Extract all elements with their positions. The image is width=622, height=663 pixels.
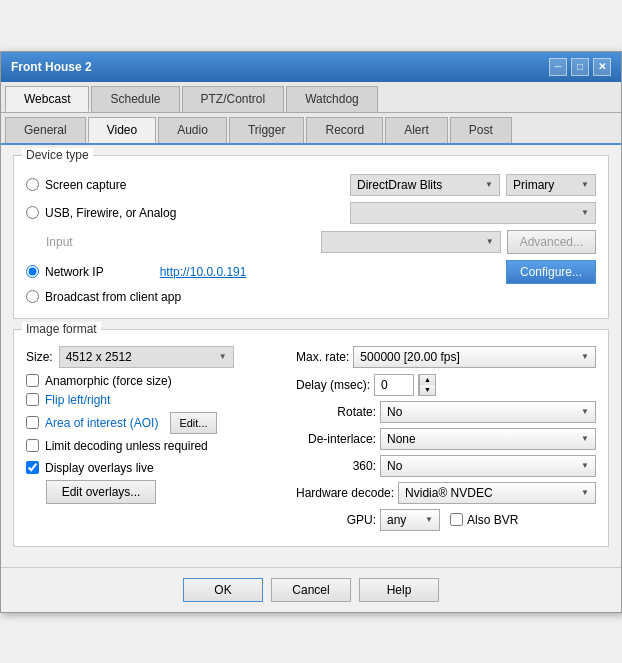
input-dropdown[interactable]: ▼	[321, 231, 501, 253]
tab-ptz-control[interactable]: PTZ/Control	[182, 86, 285, 112]
window-title: Front House 2	[11, 60, 92, 74]
360-label: 360:	[296, 459, 376, 473]
title-bar: Front House 2 ─ □ ✕	[1, 52, 621, 82]
dropdown-arrow: ▼	[581, 180, 589, 189]
bottom-bar: OK Cancel Help	[1, 567, 621, 612]
display-overlays-label: Display overlays live	[45, 461, 154, 475]
max-rate-label: Max. rate:	[296, 350, 349, 364]
anamorphic-checkbox[interactable]	[26, 374, 39, 387]
aoi-checkbox[interactable]	[26, 416, 39, 429]
network-ip-label: Network IP	[45, 265, 104, 279]
help-button[interactable]: Help	[359, 578, 439, 602]
advanced-button[interactable]: Advanced...	[507, 230, 596, 254]
image-format-title: Image format	[22, 322, 101, 336]
radio-broadcast[interactable]	[26, 290, 39, 303]
display-overlays-row: Display overlays live	[26, 461, 286, 475]
broadcast-label: Broadcast from client app	[45, 290, 181, 304]
size-label: Size:	[26, 350, 53, 364]
screen-capture-label: Screen capture	[45, 178, 126, 192]
tab-row-2: General Video Audio Trigger Record Alert…	[1, 113, 621, 145]
dropdown-arrow: ▼	[425, 515, 433, 524]
delay-label: Delay (msec):	[296, 378, 370, 392]
gpu-label: GPU:	[296, 513, 376, 527]
dropdown-arrow: ▼	[219, 352, 227, 361]
tab-general[interactable]: General	[5, 117, 86, 143]
tab-record[interactable]: Record	[306, 117, 383, 143]
tab-schedule[interactable]: Schedule	[91, 86, 179, 112]
360-dropdown[interactable]: No ▼	[380, 455, 596, 477]
main-content: Device type Screen capture DirectDraw Bl…	[1, 145, 621, 567]
deinterlace-label: De-interlace:	[296, 432, 376, 446]
main-window: Front House 2 ─ □ ✕ Webcast Schedule PTZ…	[0, 51, 622, 613]
tab-webcast[interactable]: Webcast	[5, 86, 89, 112]
max-rate-dropdown[interactable]: 500000 [20.00 fps] ▼	[353, 346, 596, 368]
network-ip-link[interactable]: http://10.0.0.191	[160, 265, 247, 279]
gpu-dropdown[interactable]: any ▼	[380, 509, 440, 531]
delay-spinner: ▲ ▼	[418, 374, 436, 396]
title-bar-buttons: ─ □ ✕	[549, 58, 611, 76]
tab-alert[interactable]: Alert	[385, 117, 448, 143]
dropdown-arrow: ▼	[581, 407, 589, 416]
dropdown-arrow: ▼	[485, 180, 493, 189]
tab-audio[interactable]: Audio	[158, 117, 227, 143]
edit-button[interactable]: Edit...	[170, 412, 216, 434]
image-format-right: Max. rate: 500000 [20.00 fps] ▼ Delay (m…	[296, 340, 596, 536]
device-type-title: Device type	[22, 148, 93, 162]
tab-watchdog[interactable]: Watchdog	[286, 86, 378, 112]
edit-overlays-button[interactable]: Edit overlays...	[46, 480, 156, 504]
limit-checkbox[interactable]	[26, 439, 39, 452]
size-dropdown[interactable]: 4512 x 2512 ▼	[59, 346, 234, 368]
usb-dropdown[interactable]: ▼	[350, 202, 596, 224]
dropdown-arrow: ▼	[581, 208, 589, 217]
limit-label: Limit decoding unless required	[45, 439, 208, 453]
rotate-dropdown[interactable]: No ▼	[380, 401, 596, 423]
tab-row-1: Webcast Schedule PTZ/Control Watchdog	[1, 82, 621, 113]
radio-usb[interactable]	[26, 206, 39, 219]
aoi-label: Area of interest (AOI)	[45, 416, 158, 430]
device-type-section: Device type Screen capture DirectDraw Bl…	[13, 155, 609, 319]
tab-post[interactable]: Post	[450, 117, 512, 143]
hardware-decode-label: Hardware decode:	[296, 486, 394, 500]
screen-capture-dropdown1[interactable]: DirectDraw Blits ▼	[350, 174, 500, 196]
flip-row: Flip left/right	[26, 393, 286, 407]
delay-input[interactable]: 0	[374, 374, 414, 396]
ok-button[interactable]: OK	[183, 578, 263, 602]
screen-capture-dropdown2[interactable]: Primary ▼	[506, 174, 596, 196]
anamorphic-label: Anamorphic (force size)	[45, 374, 172, 388]
tab-video[interactable]: Video	[88, 117, 156, 143]
delay-up-button[interactable]: ▲	[419, 375, 435, 385]
limit-decoding-row: Limit decoding unless required	[26, 439, 286, 453]
usb-label: USB, Firewire, or Analog	[45, 206, 176, 220]
display-overlays-checkbox[interactable]	[26, 461, 39, 474]
maximize-button[interactable]: □	[571, 58, 589, 76]
radio-screen-capture[interactable]	[26, 178, 39, 191]
rotate-label: Rotate:	[296, 405, 376, 419]
delay-down-button[interactable]: ▼	[419, 385, 435, 395]
image-format-left: Size: 4512 x 2512 ▼ Anamorphic (force si…	[26, 340, 286, 536]
aoi-row: Area of interest (AOI) Edit...	[26, 412, 286, 434]
dropdown-arrow: ▼	[581, 352, 589, 361]
radio-network-ip[interactable]	[26, 265, 39, 278]
minimize-button[interactable]: ─	[549, 58, 567, 76]
tab-trigger[interactable]: Trigger	[229, 117, 305, 143]
hardware-decode-dropdown[interactable]: Nvidia® NVDEC ▼	[398, 482, 596, 504]
dropdown-arrow: ▼	[581, 434, 589, 443]
also-bvr-label: Also BVR	[467, 513, 518, 527]
dropdown-arrow: ▼	[581, 488, 589, 497]
anamorphic-row: Anamorphic (force size)	[26, 374, 286, 388]
image-format-inner: Size: 4512 x 2512 ▼ Anamorphic (force si…	[26, 340, 596, 536]
close-button[interactable]: ✕	[593, 58, 611, 76]
configure-button[interactable]: Configure...	[506, 260, 596, 284]
dropdown-arrow: ▼	[581, 461, 589, 470]
flip-label: Flip left/right	[45, 393, 110, 407]
flip-checkbox[interactable]	[26, 393, 39, 406]
cancel-button[interactable]: Cancel	[271, 578, 351, 602]
image-format-section: Image format Size: 4512 x 2512 ▼	[13, 329, 609, 547]
also-bvr-checkbox[interactable]	[450, 513, 463, 526]
dropdown-arrow: ▼	[486, 237, 494, 246]
deinterlace-dropdown[interactable]: None ▼	[380, 428, 596, 450]
input-label: Input	[46, 235, 73, 249]
